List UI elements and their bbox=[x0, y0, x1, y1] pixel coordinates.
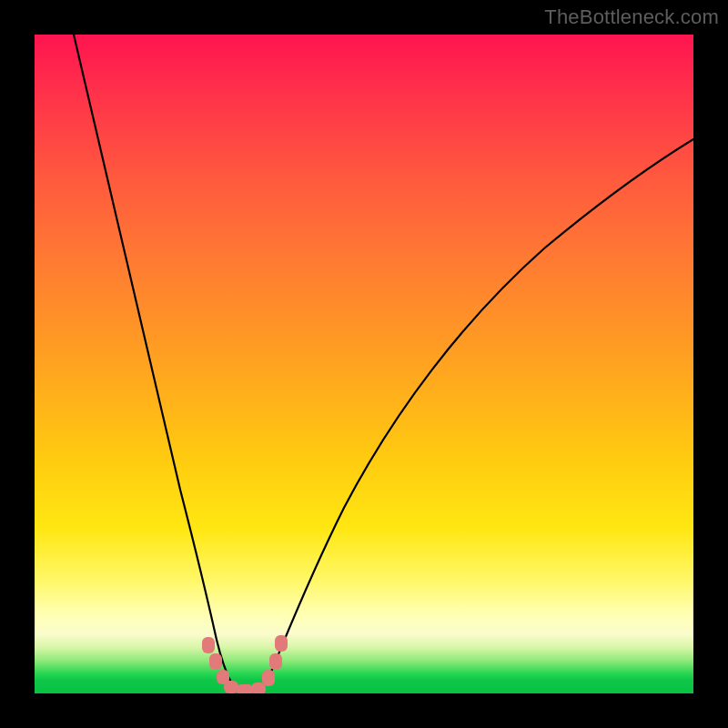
plot-area bbox=[35, 35, 693, 693]
right-curve bbox=[253, 139, 693, 693]
marker-dot bbox=[224, 681, 238, 693]
marker-dot bbox=[202, 637, 215, 653]
marker-dot bbox=[237, 684, 253, 693]
marker-dot bbox=[269, 653, 282, 670]
left-curve bbox=[74, 35, 244, 693]
marker-dot bbox=[209, 653, 222, 670]
valley-markers bbox=[202, 635, 288, 693]
curves-svg bbox=[35, 35, 693, 693]
marker-dot bbox=[275, 635, 288, 652]
watermark-text: TheBottleneck.com bbox=[544, 5, 719, 29]
marker-dot bbox=[262, 670, 275, 686]
chart-frame: TheBottleneck.com bbox=[0, 0, 728, 728]
